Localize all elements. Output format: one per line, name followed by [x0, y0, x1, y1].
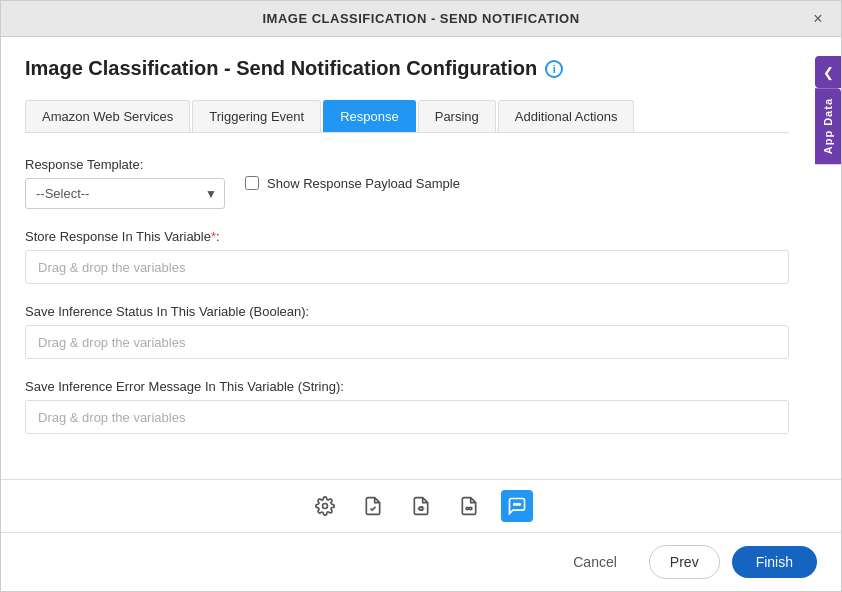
svg-point-0 — [323, 504, 328, 509]
svg-point-5 — [516, 504, 518, 506]
svg-point-4 — [514, 504, 516, 506]
tab-aws[interactable]: Amazon Web Services — [25, 100, 190, 132]
bottom-toolbar — [1, 479, 841, 532]
response-template-select[interactable]: --Select-- — [25, 178, 225, 209]
cancel-button[interactable]: Cancel — [553, 546, 637, 578]
inference-error-section: Save Inference Error Message In This Var… — [25, 379, 789, 434]
inference-error-input[interactable]: Drag & drop the variables — [25, 400, 789, 434]
page-title-row: Image Classification - Send Notification… — [25, 57, 789, 80]
tab-additional[interactable]: Additional Actions — [498, 100, 635, 132]
store-response-input[interactable]: Drag & drop the variables — [25, 250, 789, 284]
toolbar-chat-icon[interactable] — [501, 490, 533, 522]
app-data-label[interactable]: App Data — [815, 88, 841, 164]
title-bar: IMAGE CLASSIFICATION - SEND NOTIFICATION… — [1, 1, 841, 37]
response-template-section: Response Template: --Select-- ▼ — [25, 157, 225, 209]
svg-point-6 — [519, 504, 521, 506]
inference-status-input[interactable]: Drag & drop the variables — [25, 325, 789, 359]
tab-triggering[interactable]: Triggering Event — [192, 100, 321, 132]
inference-status-placeholder: Drag & drop the variables — [38, 335, 185, 350]
inference-status-label: Save Inference Status In This Variable (… — [25, 304, 789, 319]
page-title: Image Classification - Send Notification… — [25, 57, 537, 80]
modal-title: IMAGE CLASSIFICATION - SEND NOTIFICATION — [262, 11, 579, 26]
toolbar-doc-link-icon[interactable] — [453, 490, 485, 522]
modal-window: IMAGE CLASSIFICATION - SEND NOTIFICATION… — [0, 0, 842, 592]
toolbar-doc-check-icon[interactable] — [357, 490, 389, 522]
required-marker: * — [211, 229, 216, 244]
response-template-label: Response Template: — [25, 157, 225, 172]
svg-point-3 — [469, 507, 472, 510]
finish-button[interactable]: Finish — [732, 546, 817, 578]
select-wrapper: --Select-- ▼ — [25, 178, 225, 209]
main-content: Image Classification - Send Notification… — [1, 37, 841, 479]
app-data-arrow[interactable]: ❮ — [815, 56, 841, 88]
info-icon[interactable]: i — [545, 60, 563, 78]
close-button[interactable]: × — [807, 8, 829, 30]
inference-error-placeholder: Drag & drop the variables — [38, 410, 185, 425]
store-response-label: Store Response In This Variable*: — [25, 229, 789, 244]
inference-status-section: Save Inference Status In This Variable (… — [25, 304, 789, 359]
store-response-section: Store Response In This Variable*: Drag &… — [25, 229, 789, 284]
tab-response[interactable]: Response — [323, 100, 416, 132]
show-payload-label[interactable]: Show Response Payload Sample — [245, 176, 460, 191]
app-data-sidebar: ❮ App Data — [815, 56, 841, 164]
footer: Cancel Prev Finish — [1, 532, 841, 591]
tab-parsing[interactable]: Parsing — [418, 100, 496, 132]
toolbar-settings-icon[interactable] — [309, 490, 341, 522]
prev-button[interactable]: Prev — [649, 545, 720, 579]
tab-bar: Amazon Web Services Triggering Event Res… — [25, 100, 789, 133]
inference-error-label: Save Inference Error Message In This Var… — [25, 379, 789, 394]
store-response-placeholder: Drag & drop the variables — [38, 260, 185, 275]
response-template-row: Response Template: --Select-- ▼ Show Res… — [25, 157, 789, 209]
toolbar-doc-gear-icon[interactable] — [405, 490, 437, 522]
show-payload-checkbox[interactable] — [245, 176, 259, 190]
svg-point-2 — [466, 507, 469, 510]
